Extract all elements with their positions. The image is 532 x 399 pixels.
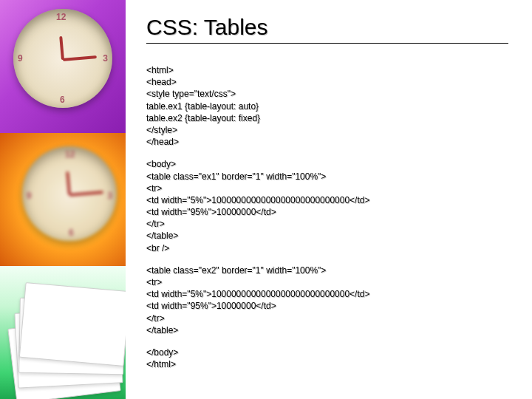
code-body1: <body> <table class="ex1" border="1" wid… [146,158,517,254]
clock-icon: 12369 [13,9,112,108]
code-body2: <table class="ex2" border="1" width="100… [146,265,517,336]
decorative-sidebar: 12369 12369 [0,0,126,399]
slide-title: CSS: Tables [146,15,517,40]
tile-papers-green [0,266,126,399]
paper-stack-icon [7,281,118,399]
tile-clock-orange: 12369 [0,133,126,266]
tile-clock-purple: 12369 [0,0,126,133]
code-head: <html> <head> <style type="text/css"> ta… [146,64,517,148]
title-underline [146,43,508,44]
clock-icon: 12369 [22,146,117,241]
slide-content: CSS: Tables <html> <head> <style type="t… [146,15,517,370]
code-close: </body> </html> [146,347,517,370]
